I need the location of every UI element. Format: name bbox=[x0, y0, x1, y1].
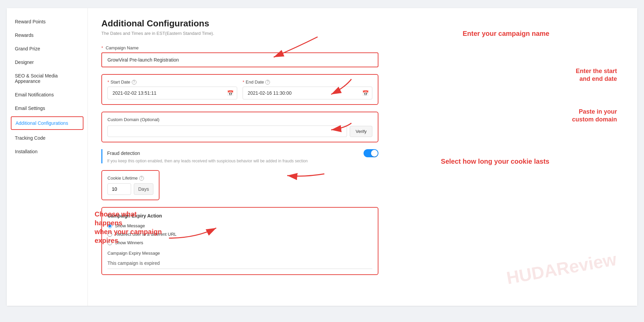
sidebar: Reward Points Rewards Grand Prize Design… bbox=[7, 8, 88, 306]
watermark: HUDAReview bbox=[505, 249, 618, 288]
campaign-name-label: * Campaign Name bbox=[101, 45, 378, 50]
verify-button[interactable]: Verify bbox=[350, 126, 372, 137]
date-row: * Start Date ? 📅 * bbox=[101, 74, 378, 105]
cookie-lifetime-wrapper: Cookie Lifetime ? Days bbox=[101, 170, 159, 200]
sidebar-item-rewards[interactable]: Rewards bbox=[7, 28, 88, 42]
page-title: Additional Configurations bbox=[101, 18, 378, 29]
cookie-number-input[interactable] bbox=[107, 183, 131, 195]
cookie-lifetime-label: Cookie Lifetime ? bbox=[107, 176, 153, 181]
end-date-info-icon[interactable]: ? bbox=[265, 80, 270, 85]
annotation-expiry: Choose what happenswhen your campaignexp… bbox=[95, 210, 162, 245]
sidebar-item-seo-social[interactable]: SEO & Social Media Appearance bbox=[7, 69, 88, 88]
start-date-group: * Start Date ? 📅 bbox=[107, 79, 237, 99]
custom-domain-input[interactable] bbox=[107, 125, 347, 137]
fraud-detection-title: Fraud detection bbox=[107, 151, 140, 156]
expiry-message-input[interactable] bbox=[107, 258, 372, 269]
annotation-cookie: Select how long your cookie lasts bbox=[441, 157, 549, 166]
fraud-detection-row: Fraud detection If you keep this option … bbox=[101, 149, 378, 163]
sidebar-item-additional-configs[interactable]: Additional Configurations bbox=[11, 116, 83, 130]
custom-domain-wrapper: Custom Domain (Optional) Verify bbox=[101, 112, 378, 142]
cookie-input-row: Days bbox=[107, 183, 153, 195]
sidebar-item-installation[interactable]: Installation bbox=[7, 145, 88, 158]
fraud-detection-toggle[interactable] bbox=[364, 149, 378, 157]
custom-domain-label: Custom Domain (Optional) bbox=[107, 117, 372, 122]
cookie-lifetime-info-icon[interactable]: ? bbox=[139, 176, 144, 181]
sidebar-item-email-settings[interactable]: Email Settings bbox=[7, 101, 88, 115]
campaign-name-wrapper bbox=[101, 52, 378, 67]
annotation-custom-domain: Paste in yourcustom domain bbox=[572, 108, 617, 124]
end-date-input-wrapper: 📅 bbox=[243, 87, 372, 99]
end-date-group: * End Date ? 📅 bbox=[243, 79, 372, 99]
sidebar-item-reward-points[interactable]: Reward Points bbox=[7, 15, 88, 28]
start-date-label: * Start Date ? bbox=[107, 79, 237, 85]
main-content: Additional Configurations The Dates and … bbox=[88, 8, 637, 306]
end-date-label: * End Date ? bbox=[243, 79, 372, 85]
sidebar-item-email-notifications[interactable]: Email Notifications bbox=[7, 88, 88, 101]
annotation-campaign-name: Enter your campaign name bbox=[463, 29, 549, 38]
toggle-track bbox=[364, 149, 378, 157]
custom-domain-input-row: Verify bbox=[107, 125, 372, 137]
end-date-input[interactable] bbox=[243, 87, 372, 99]
sidebar-item-designer[interactable]: Designer bbox=[7, 55, 88, 69]
toggle-thumb bbox=[371, 150, 378, 157]
campaign-name-group: * Campaign Name bbox=[101, 45, 378, 67]
start-date-input[interactable] bbox=[107, 87, 237, 99]
fraud-detection-desc: If you keep this option enabled, then an… bbox=[107, 159, 378, 163]
fraud-detection-top: Fraud detection bbox=[107, 149, 378, 157]
content-area: Reward Points Rewards Grand Prize Design… bbox=[0, 0, 644, 322]
white-card: Reward Points Rewards Grand Prize Design… bbox=[7, 8, 637, 306]
page-wrapper: Reward Points Rewards Grand Prize Design… bbox=[0, 0, 644, 322]
end-date-calendar-icon[interactable]: 📅 bbox=[362, 90, 369, 96]
page-subtitle: The Dates and Times are in EST(Eastern S… bbox=[101, 31, 378, 36]
sidebar-item-tracking-code[interactable]: Tracking Code bbox=[7, 131, 88, 145]
cookie-unit: Days bbox=[134, 183, 153, 195]
start-date-info-icon[interactable]: ? bbox=[132, 80, 137, 85]
start-date-calendar-icon[interactable]: 📅 bbox=[227, 90, 234, 96]
start-date-input-wrapper: 📅 bbox=[107, 87, 237, 99]
campaign-name-input[interactable] bbox=[103, 54, 377, 66]
annotation-start-end: Enter the startand end date bbox=[576, 67, 617, 83]
sidebar-item-grand-prize[interactable]: Grand Prize bbox=[7, 42, 88, 55]
expiry-message-label: Campaign Expiry Message bbox=[107, 251, 372, 256]
